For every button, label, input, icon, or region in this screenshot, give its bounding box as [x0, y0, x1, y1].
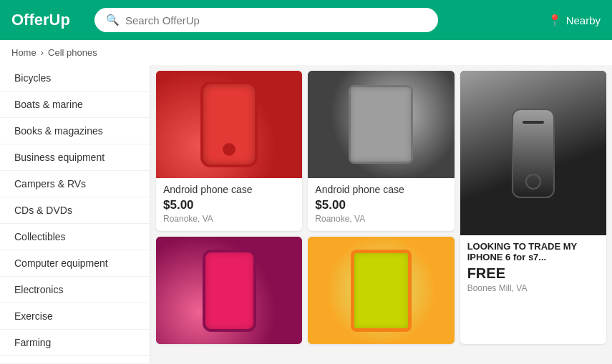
red-phone-shape: [200, 82, 258, 167]
sidebar-item-farming[interactable]: Farming: [0, 330, 150, 356]
product-title-2: Android phone case: [315, 184, 447, 195]
product-location-1: Roanoke, VA: [163, 214, 295, 224]
iphone-shape: [512, 109, 555, 198]
product-location-3: Boones Mill, VA: [467, 283, 599, 293]
breadcrumb-separator: ›: [41, 47, 44, 58]
product-price-3: FREE: [467, 265, 599, 282]
product-location-2: Roanoke, VA: [315, 214, 447, 224]
product-title-3: LOOKING TO TRADE MY IPHONE 6 for s7...: [467, 241, 599, 262]
product-card-4[interactable]: [156, 237, 302, 344]
sidebar-item-boats[interactable]: Boats & marine: [0, 92, 150, 118]
product-card-1[interactable]: Android phone case $5.00 Roanoke, VA: [156, 71, 302, 231]
product-price-1: $5.00: [163, 198, 295, 212]
search-icon: 🔍: [106, 14, 120, 26]
breadcrumb-home[interactable]: Home: [11, 47, 37, 58]
search-bar[interactable]: 🔍: [94, 8, 438, 32]
product-grid: Android phone case $5.00 Roanoke, VA And…: [150, 65, 612, 363]
sidebar-item-bicycles[interactable]: Bicycles: [0, 65, 150, 92]
product-image-4: [156, 237, 302, 344]
sidebar-item-free[interactable]: Free: [0, 356, 150, 363]
location-label: Nearby: [566, 14, 601, 26]
product-info-2: Android phone case $5.00 Roanoke, VA: [308, 178, 454, 231]
product-info-1: Android phone case $5.00 Roanoke, VA: [156, 178, 302, 231]
sidebar-item-business[interactable]: Business equipment: [0, 144, 150, 171]
pink-case-shape: [203, 250, 256, 332]
breadcrumb-current: Cell phones: [48, 47, 97, 58]
header: OfferUp 🔍 📍 Nearby: [0, 0, 612, 40]
product-image-2: [308, 71, 454, 178]
yellow-case-shape: [351, 250, 412, 332]
location-icon: 📍: [548, 14, 562, 27]
main-layout: Bicycles Boats & marine Books & magazine…: [0, 65, 612, 363]
gray-case-shape: [349, 85, 413, 164]
logo: OfferUp: [11, 11, 83, 29]
sidebar: Bicycles Boats & marine Books & magazine…: [0, 65, 150, 363]
sidebar-item-computer[interactable]: Computer equipment: [0, 250, 150, 277]
sidebar-item-books[interactable]: Books & magazines: [0, 118, 150, 144]
sidebar-item-electronics[interactable]: Electronics: [0, 277, 150, 303]
product-card-3[interactable]: LOOKING TO TRADE MY IPHONE 6 for s7... F…: [460, 71, 606, 344]
breadcrumb: Home › Cell phones: [0, 40, 612, 65]
location-button[interactable]: 📍 Nearby: [548, 14, 601, 27]
sidebar-item-collectibles[interactable]: Collectibles: [0, 224, 150, 250]
product-image-3: [460, 71, 606, 235]
product-card-5[interactable]: [308, 237, 454, 344]
product-title-1: Android phone case: [163, 184, 295, 195]
search-input[interactable]: [125, 14, 427, 26]
sidebar-item-cds[interactable]: CDs & DVDs: [0, 197, 150, 224]
sidebar-item-campers[interactable]: Campers & RVs: [0, 171, 150, 197]
sidebar-item-exercise[interactable]: Exercise: [0, 303, 150, 330]
product-image-5: [308, 237, 454, 344]
product-image-1: [156, 71, 302, 178]
product-card-2[interactable]: Android phone case $5.00 Roanoke, VA: [308, 71, 454, 231]
product-info-3: LOOKING TO TRADE MY IPHONE 6 for s7... F…: [460, 235, 606, 300]
product-price-2: $5.00: [315, 198, 447, 212]
